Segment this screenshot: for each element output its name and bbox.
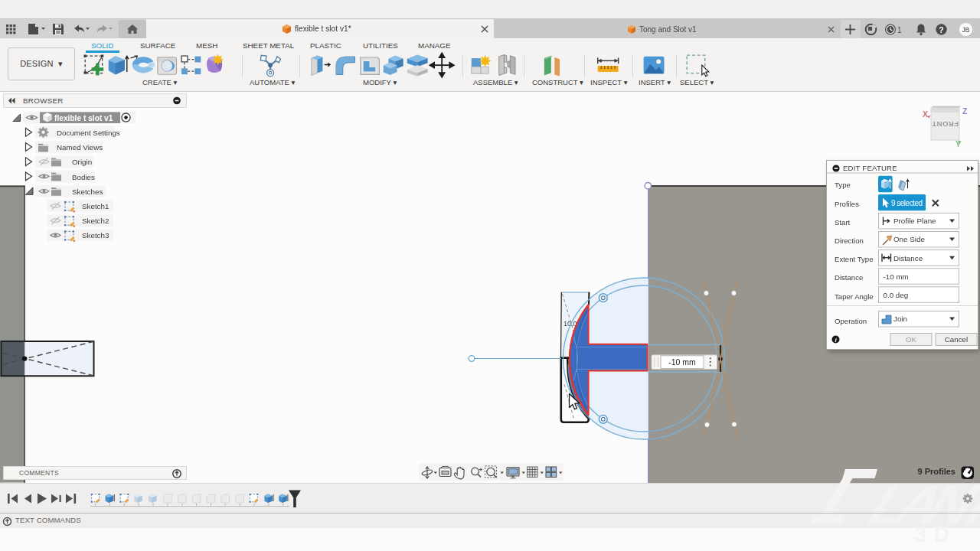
svg-text:EDIT FEATURE: EDIT FEATURE (843, 164, 897, 172)
svg-text:Z: Z (962, 106, 968, 116)
svg-text:1: 1 (897, 26, 902, 34)
svg-text:Sketch2: Sketch2 (82, 217, 109, 225)
svg-text:Cancel: Cancel (945, 335, 969, 344)
svg-text:0.0 deg: 0.0 deg (884, 291, 909, 299)
svg-text:3D: 3D (914, 522, 956, 546)
svg-text:Distance: Distance (893, 254, 923, 262)
svg-text:X: X (923, 109, 928, 119)
svg-text:JB: JB (962, 26, 970, 34)
svg-text:Sketch1: Sketch1 (82, 202, 109, 210)
svg-text:9 selected: 9 selected (891, 199, 923, 207)
svg-text:Sketch3: Sketch3 (82, 232, 109, 240)
svg-text:Named Views: Named Views (57, 143, 103, 152)
svg-text:-10 mm: -10 mm (668, 357, 696, 367)
svg-text:-10 mm: -10 mm (884, 272, 909, 281)
svg-text:One Side: One Side (893, 235, 925, 243)
svg-text:Origin: Origin (72, 158, 92, 166)
svg-text:?: ? (939, 25, 943, 34)
svg-text:Sketches: Sketches (72, 187, 103, 196)
svg-text:flexible t slot v1: flexible t slot v1 (54, 114, 113, 122)
svg-text:Document Settings: Document Settings (57, 129, 120, 137)
svg-text:Join: Join (893, 315, 907, 323)
svg-text:Bodies: Bodies (72, 173, 95, 181)
svg-text:FRONT: FRONT (932, 120, 959, 129)
svg-text:Profile Plane: Profile Plane (893, 217, 936, 225)
svg-text:OK: OK (906, 335, 917, 344)
